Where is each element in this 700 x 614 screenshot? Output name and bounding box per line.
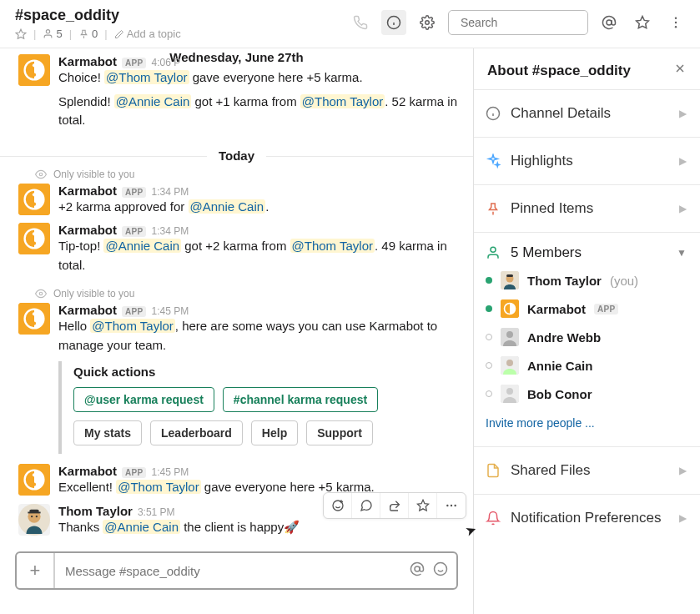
message-row: Karmabot APP 1:45 PM Hello @Thom Taylor,… [0, 301, 473, 462]
avatar-user[interactable] [18, 504, 50, 536]
mention-user[interactable]: @Thom Taylor [290, 239, 375, 253]
svg-marker-46 [417, 500, 428, 511]
chevron-right-icon: ▶ [679, 512, 687, 524]
section-channel-details[interactable]: Channel Details ▶ [474, 89, 700, 137]
member-count[interactable]: 5 [43, 28, 62, 40]
mentions-icon[interactable] [597, 10, 622, 35]
mention-user[interactable]: @Annie Cain [103, 239, 181, 253]
avatar-karmabot[interactable] [18, 303, 50, 335]
member-row[interactable]: Thom Taylor (you) [486, 271, 687, 289]
svg-point-11 [675, 22, 677, 23]
app-badge: APP [122, 306, 146, 317]
sparkle-icon [486, 154, 501, 169]
mention-user[interactable]: @Thom Taylor [104, 70, 189, 84]
svg-point-33 [33, 473, 36, 476]
info-icon[interactable] [381, 10, 406, 35]
avatar-karmabot[interactable] [18, 464, 50, 496]
svg-point-5 [426, 21, 430, 25]
section-pinned[interactable]: Pinned Items ▶ [474, 184, 700, 232]
gear-icon[interactable] [415, 10, 440, 35]
quick-actions-block: Quick actions @user karma request #chann… [58, 361, 460, 454]
svg-point-59 [491, 247, 496, 252]
member-row[interactable]: Karmabot APP [486, 299, 687, 318]
person-icon [486, 245, 501, 260]
channel-star-icon[interactable] [15, 28, 27, 40]
star-icon[interactable] [630, 10, 655, 35]
call-icon[interactable] [348, 10, 373, 35]
attach-button[interactable]: + [17, 553, 55, 588]
add-topic[interactable]: Add a topic [114, 28, 181, 40]
section-notifications[interactable]: Notification Preferences ▶ [474, 494, 700, 541]
sender-name[interactable]: Karmabot [58, 464, 117, 478]
sender-name[interactable]: Karmabot [58, 303, 117, 317]
pin-count[interactable]: 0 [78, 28, 98, 40]
avatar [501, 271, 519, 289]
qa-mystats-button[interactable]: My stats [73, 420, 142, 445]
more-actions-icon[interactable] [437, 493, 466, 518]
share-icon[interactable] [380, 493, 409, 518]
avatar [501, 299, 519, 318]
svg-point-48 [451, 504, 452, 506]
svg-point-25 [33, 242, 36, 245]
invite-link[interactable]: Invite more people ... [486, 413, 687, 430]
add-reaction-icon[interactable] [324, 493, 352, 518]
info-icon [486, 106, 501, 121]
member-row[interactable]: Andre Webb [486, 328, 687, 346]
sender-name[interactable]: Karmabot [58, 184, 117, 198]
mention-icon[interactable] [410, 561, 425, 581]
avatar-karmabot[interactable] [18, 184, 50, 215]
svg-point-20 [33, 193, 36, 196]
svg-rect-38 [28, 511, 40, 513]
date-separator: Today [0, 135, 473, 157]
qa-help-button[interactable]: Help [251, 420, 298, 445]
chevron-right-icon: ▶ [679, 108, 687, 119]
emoji-icon[interactable] [433, 561, 448, 581]
save-icon[interactable] [409, 493, 437, 518]
svg-point-47 [446, 504, 448, 506]
sender-name[interactable]: Karmabot [58, 223, 117, 237]
qa-support-button[interactable]: Support [306, 420, 373, 445]
timestamp: 1:34 PM [151, 225, 189, 237]
svg-point-15 [33, 63, 36, 67]
mention-user[interactable]: @Thom Taylor [116, 480, 200, 494]
member-row[interactable]: Bob Conor [486, 385, 687, 403]
mention-user[interactable]: @Annie Cain [114, 94, 192, 108]
qa-channel-karma-button[interactable]: #channel karma request [223, 387, 378, 412]
message-text: Tip-top! @Annie Cain got +2 karma from @… [58, 237, 460, 274]
section-shared-files[interactable]: Shared Files ▶ [474, 446, 700, 494]
presence-offline-icon [486, 362, 492, 369]
section-highlights[interactable]: Highlights ▶ [474, 137, 700, 184]
svg-point-49 [454, 504, 456, 506]
section-members[interactable]: 5 Members ▼ [486, 244, 687, 261]
sender-name[interactable]: Karmabot [58, 54, 117, 68]
avatar-karmabot[interactable] [18, 54, 50, 86]
timestamp: 4:06 P [151, 57, 180, 68]
more-icon[interactable] [663, 10, 688, 35]
chevron-right-icon: ▶ [679, 203, 687, 214]
mention-user[interactable]: @Thom Taylor [90, 319, 174, 333]
mention-user[interactable]: @Thom Taylor [300, 94, 385, 108]
close-icon[interactable] [673, 62, 687, 79]
svg-point-24 [33, 232, 36, 235]
message-list[interactable]: Wednesday, June 27th Karmabot APP 4:06 P… [0, 48, 473, 614]
qa-user-karma-button[interactable]: @user karma request [73, 387, 214, 412]
mention-user[interactable]: @Annie Cain [189, 199, 266, 214]
mention-user[interactable]: @Annie Cain [103, 520, 180, 534]
sender-name[interactable]: Thom Taylor [58, 504, 133, 518]
avatar-karmabot[interactable] [18, 223, 50, 254]
qa-leaderboard-button[interactable]: Leaderboard [150, 420, 243, 445]
timestamp: 3:51 PM [138, 506, 175, 518]
search-input[interactable] [448, 10, 588, 35]
app-badge: APP [594, 304, 618, 315]
message-composer[interactable]: + [15, 551, 458, 590]
svg-point-39 [31, 516, 33, 517]
member-row[interactable]: Annie Cain [486, 356, 687, 375]
message-input[interactable] [55, 564, 410, 578]
svg-point-50 [415, 566, 420, 571]
svg-point-12 [675, 26, 677, 28]
presence-offline-icon [486, 390, 492, 397]
thread-icon[interactable] [352, 493, 380, 518]
channel-name[interactable]: #space_oddity [15, 7, 348, 24]
chevron-right-icon: ▶ [679, 465, 687, 476]
header-bar: #space_oddity | 5 | 0 | Add a to [0, 0, 700, 48]
